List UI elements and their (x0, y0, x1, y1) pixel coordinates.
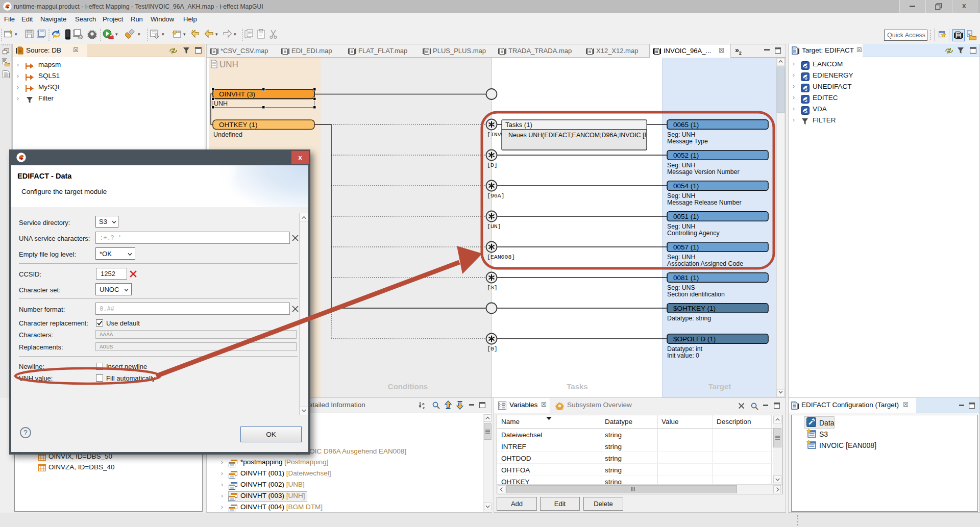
svg-text:[96A]: [96A] (487, 192, 505, 199)
svg-text:Section identification: Section identification (667, 291, 725, 298)
svg-text:Conditions: Conditions (388, 382, 428, 391)
svg-text:Seg: UNH: Seg: UNH (667, 131, 695, 138)
svg-text:Tasks (1): Tasks (1) (505, 121, 532, 129)
svg-text:0052 (1): 0052 (1) (673, 152, 699, 159)
svg-text:z: z (423, 406, 425, 410)
svg-text:0081 (1): 0081 (1) (673, 274, 699, 282)
svg-text:Message Type: Message Type (667, 138, 708, 145)
svg-text:Message Release Number: Message Release Number (667, 199, 742, 206)
svg-text:0057 (1): 0057 (1) (673, 243, 699, 251)
svg-text:Seg: UNS: Seg: UNS (667, 284, 695, 291)
svg-text:OHTKEY (1): OHTKEY (1) (219, 121, 258, 129)
svg-text:OINVHT (3): OINVHT (3) (219, 90, 255, 98)
svg-text:[0]: [0] (487, 345, 498, 352)
svg-text:Neues UNH(EDIFACT;EANCOM;D96A;: Neues UNH(EDIFACT;EANCOM;D96A;INVOIC [EA… (508, 132, 661, 139)
svg-text:[UN]: [UN] (487, 223, 501, 230)
svg-text:Seg: UNH: Seg: UNH (667, 192, 695, 199)
svg-text:Undefined: Undefined (213, 131, 242, 138)
svg-text:Tasks: Tasks (567, 382, 587, 391)
svg-text:Datatype: int: Datatype: int (667, 345, 703, 353)
svg-text:[D]: [D] (487, 162, 498, 168)
svg-text:[S]: [S] (487, 284, 498, 291)
svg-text:0051 (1): 0051 (1) (673, 213, 699, 220)
svg-text:Association Assigned Code: Association Assigned Code (667, 260, 743, 267)
svg-text:Datatype: string: Datatype: string (667, 315, 711, 322)
svg-text:$OPOLFD (1): $OPOLFD (1) (673, 335, 716, 343)
svg-text:UNH: UNH (214, 100, 228, 107)
svg-text:Seg: UNH: Seg: UNH (667, 162, 695, 169)
svg-text:0054 (1): 0054 (1) (673, 182, 699, 190)
svg-text:UNH: UNH (219, 60, 238, 69)
svg-text:Seg: UNH: Seg: UNH (667, 223, 695, 230)
svg-text:Target: Target (708, 382, 731, 391)
svg-text:Controlling Agency: Controlling Agency (667, 230, 720, 237)
svg-text:$OHTKEY (1): $OHTKEY (1) (673, 305, 716, 312)
svg-text:Init value: 0: Init value: 0 (667, 352, 699, 359)
svg-text:[EAN008]: [EAN008] (487, 254, 515, 260)
svg-text:Seg: UNH: Seg: UNH (667, 254, 695, 261)
svg-text:0065 (1): 0065 (1) (673, 121, 699, 129)
svg-text:Message Version Number: Message Version Number (667, 168, 739, 175)
